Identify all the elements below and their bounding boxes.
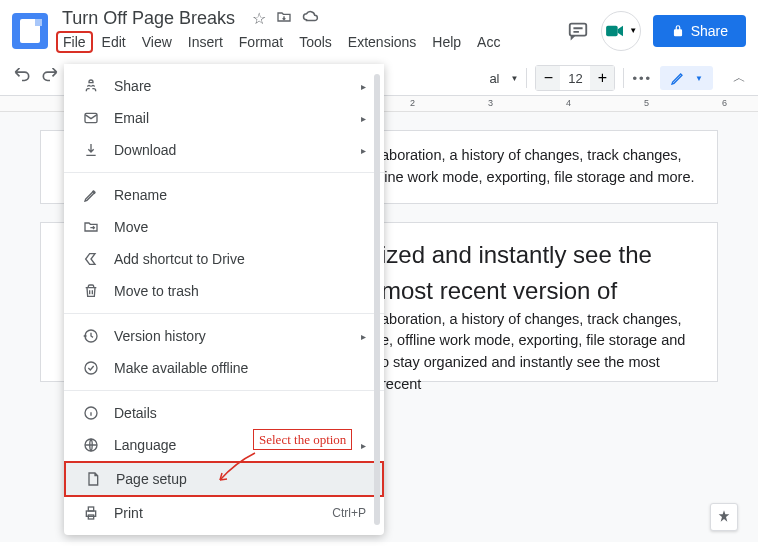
download-icon <box>82 141 100 159</box>
font-style-partial[interactable]: al <box>489 71 499 86</box>
annotation-text: Select the option <box>253 429 352 450</box>
menu-edit[interactable]: Edit <box>95 31 133 53</box>
menu-divider <box>64 313 384 314</box>
menubar: File Edit View Insert Format Tools Exten… <box>56 31 559 53</box>
file-menu-move[interactable]: Move <box>64 211 384 243</box>
chevron-down-icon: ▼ <box>629 26 637 35</box>
ruler-mark: 2 <box>410 98 415 108</box>
menu-label: Version history <box>114 328 347 344</box>
body-text: ized and instantly see the most recent v… <box>381 237 695 309</box>
hide-menus-icon[interactable]: ︿ <box>733 69 746 87</box>
svg-rect-0 <box>569 23 586 35</box>
meet-button[interactable]: ▼ <box>601 11 641 51</box>
submenu-arrow-icon: ▸ <box>361 113 366 124</box>
doc-title[interactable]: Turn Off Page Breaks <box>56 6 241 30</box>
font-size-value[interactable]: 12 <box>560 71 590 86</box>
move-icon <box>82 218 100 236</box>
file-menu-offline[interactable]: Make available offline <box>64 352 384 384</box>
offline-icon <box>82 359 100 377</box>
menu-label: Rename <box>114 187 366 203</box>
lock-icon <box>671 24 685 38</box>
more-tools-icon[interactable]: ••• <box>632 71 652 86</box>
annotation: Select the option <box>253 430 352 448</box>
page-setup-icon <box>84 470 102 488</box>
menu-label: Add shortcut to Drive <box>114 251 366 267</box>
menu-label: Move <box>114 219 366 235</box>
pencil-icon <box>670 70 686 86</box>
file-menu-download[interactable]: Download ▸ <box>64 134 384 166</box>
ruler-mark: 5 <box>644 98 649 108</box>
chevron-down-icon: ▼ <box>511 74 519 83</box>
redo-icon[interactable] <box>40 68 60 88</box>
language-icon <box>82 436 100 454</box>
menu-insert[interactable]: Insert <box>181 31 230 53</box>
share-label: Share <box>691 23 728 39</box>
menu-label: Download <box>114 142 347 158</box>
explore-icon <box>716 509 732 525</box>
share-button[interactable]: Share <box>653 15 746 47</box>
menu-shortcut: Ctrl+P <box>332 506 366 520</box>
file-menu-add-shortcut[interactable]: Add shortcut to Drive <box>64 243 384 275</box>
svg-rect-1 <box>606 25 618 36</box>
editing-mode-button[interactable]: ▼ <box>660 66 713 90</box>
file-menu-email[interactable]: Email ▸ <box>64 102 384 134</box>
email-icon <box>82 109 100 127</box>
menu-label: Email <box>114 110 347 126</box>
annotation-arrow-icon <box>215 448 260 488</box>
chevron-down-icon: ▼ <box>695 74 703 83</box>
comment-history-icon[interactable] <box>567 20 589 42</box>
file-menu-move-to-trash[interactable]: Move to trash <box>64 275 384 307</box>
menu-label: Move to trash <box>114 283 366 299</box>
body-text: aboration, a history of changes, track c… <box>381 309 695 396</box>
docs-logo[interactable] <box>12 13 48 49</box>
submenu-arrow-icon: ▸ <box>361 81 366 92</box>
print-icon <box>82 504 100 522</box>
menu-label: Make available offline <box>114 360 366 376</box>
font-size-control: − 12 + <box>535 65 615 91</box>
rename-icon <box>82 186 100 204</box>
svg-point-4 <box>85 362 97 374</box>
ruler-mark: 4 <box>566 98 571 108</box>
cloud-status-icon[interactable] <box>302 9 320 29</box>
ruler-mark: 6 <box>722 98 727 108</box>
menu-help[interactable]: Help <box>425 31 468 53</box>
body-text: aboration, a history of changes, track c… <box>381 145 695 189</box>
move-folder-icon[interactable] <box>276 9 292 29</box>
menu-extensions[interactable]: Extensions <box>341 31 423 53</box>
file-menu-print[interactable]: Print Ctrl+P <box>64 497 384 529</box>
submenu-arrow-icon: ▸ <box>361 331 366 342</box>
menu-view[interactable]: View <box>135 31 179 53</box>
shortcut-icon <box>82 250 100 268</box>
star-icon[interactable]: ☆ <box>252 9 266 29</box>
file-menu-share[interactable]: Share ▸ <box>64 70 384 102</box>
menu-acc[interactable]: Acc <box>470 31 507 53</box>
file-menu-version-history[interactable]: Version history ▸ <box>64 320 384 352</box>
undo-icon[interactable] <box>12 68 32 88</box>
menu-file[interactable]: File <box>56 31 93 53</box>
font-size-decrease[interactable]: − <box>536 66 560 90</box>
file-menu-rename[interactable]: Rename <box>64 179 384 211</box>
menu-format[interactable]: Format <box>232 31 290 53</box>
history-icon <box>82 327 100 345</box>
menu-label: Details <box>114 405 366 421</box>
submenu-arrow-icon: ▸ <box>361 145 366 156</box>
share-icon <box>82 77 100 95</box>
menu-divider <box>64 390 384 391</box>
ruler-mark: 3 <box>488 98 493 108</box>
file-menu-details[interactable]: Details <box>64 397 384 429</box>
svg-rect-8 <box>88 507 93 511</box>
font-size-increase[interactable]: + <box>590 66 614 90</box>
submenu-arrow-icon: ▸ <box>361 440 366 451</box>
trash-icon <box>82 282 100 300</box>
menu-tools[interactable]: Tools <box>292 31 339 53</box>
explore-button[interactable] <box>710 503 738 531</box>
menu-divider <box>64 172 384 173</box>
menu-label: Share <box>114 78 347 94</box>
details-icon <box>82 404 100 422</box>
menu-label: Print <box>114 505 318 521</box>
